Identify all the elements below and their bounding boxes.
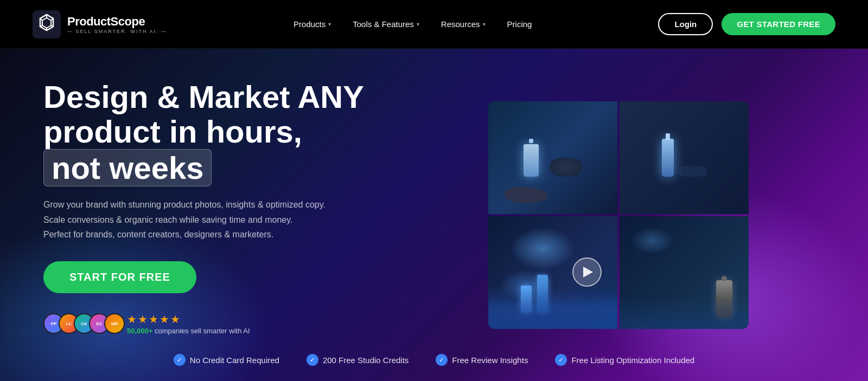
play-button[interactable] bbox=[572, 257, 602, 287]
star-rating: ★★★★★ bbox=[127, 313, 250, 326]
spray-decoration bbox=[510, 227, 575, 270]
logo-icon bbox=[33, 10, 61, 38]
product-image-2 bbox=[620, 101, 749, 214]
nav-links: Products ▾ Tools & Features ▾ Resources … bbox=[293, 20, 532, 29]
hero-title-highlight: not weeks bbox=[43, 149, 212, 187]
feature-badges: ✓ No Credit Card Required ✓ 200 Free Stu… bbox=[0, 354, 868, 366]
chevron-down-icon: ▾ bbox=[483, 21, 486, 27]
play-icon bbox=[583, 267, 593, 277]
navbar: ProductScope — SELL SMARTER. WITH AI. — … bbox=[0, 0, 868, 49]
rating-block: ★★★★★ 50,000+ companies sell smarter wit… bbox=[127, 313, 250, 335]
check-icon: ✓ bbox=[436, 354, 448, 366]
brand-tagline: — SELL SMARTER. WITH AI. — bbox=[67, 29, 167, 34]
nav-tools-features[interactable]: Tools & Features ▾ bbox=[353, 20, 419, 29]
nav-pricing[interactable]: Pricing bbox=[507, 20, 532, 29]
badge-studio-credits: ✓ 200 Free Studio Credits bbox=[307, 354, 409, 366]
chevron-down-icon: ▾ bbox=[328, 21, 331, 27]
nav-resources[interactable]: Resources ▾ bbox=[441, 20, 486, 29]
companies-text: 50,000+ companies sell smarter with AI bbox=[127, 327, 250, 335]
badge-no-credit-card: ✓ No Credit Card Required bbox=[174, 354, 279, 366]
rock-decoration bbox=[505, 187, 548, 203]
social-proof: PP LC CK EC MR ★★★★★ 50,000+ companies s… bbox=[43, 313, 445, 335]
hero-section: Design & Market ANY product in hours, no… bbox=[0, 49, 868, 381]
avatar: MR bbox=[104, 313, 125, 334]
logo-text-block: ProductScope — SELL SMARTER. WITH AI. — bbox=[67, 15, 167, 34]
check-icon: ✓ bbox=[307, 354, 318, 366]
badge-listing-optimization: ✓ Free Listing Optimization Included bbox=[555, 354, 694, 366]
nav-actions: Login GET STARTED FREE bbox=[658, 13, 835, 35]
hero-image-collage bbox=[488, 101, 749, 329]
product-image-1 bbox=[488, 101, 617, 214]
badge-review-insights: ✓ Free Review Insights bbox=[436, 354, 528, 366]
login-button[interactable]: Login bbox=[658, 13, 713, 35]
product-image-4 bbox=[620, 216, 749, 329]
avatar-group: PP LC CK EC MR bbox=[43, 313, 119, 334]
chevron-down-icon: ▾ bbox=[417, 21, 419, 27]
start-for-free-button[interactable]: START FOR FREE bbox=[43, 261, 196, 293]
check-icon: ✓ bbox=[174, 354, 186, 366]
check-icon: ✓ bbox=[555, 354, 567, 366]
nav-products[interactable]: Products ▾ bbox=[293, 20, 331, 29]
get-started-button[interactable]: GET STARTED FREE bbox=[722, 13, 835, 35]
hero-description: Grow your brand with stunning product ph… bbox=[43, 197, 326, 242]
logo-area[interactable]: ProductScope — SELL SMARTER. WITH AI. — bbox=[33, 10, 167, 38]
brand-name: ProductScope bbox=[67, 15, 167, 29]
hero-title: Design & Market ANY product in hours, no… bbox=[43, 80, 445, 186]
hero-content: Design & Market ANY product in hours, no… bbox=[0, 49, 488, 381]
